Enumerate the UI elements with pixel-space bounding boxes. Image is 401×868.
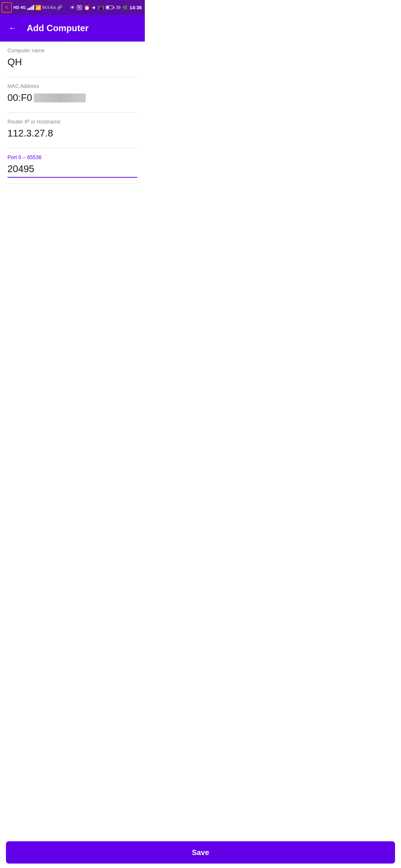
port-input[interactable] [7,163,137,176]
port-label: Port 0 – 65536 [7,154,137,160]
alarm-icon: ⏰ [84,5,90,10]
link-icon: 🔗 [57,5,62,10]
speed-label: 54.5 K/s [42,6,56,10]
port-field: Port 0 – 65536 [0,148,145,181]
status-time: 14:36 [130,5,142,10]
bluetooth-icon: ★ [92,5,96,10]
status-bar: 红 HD 4G 📶 54.5 K/s 🔗 👁 N ⏰ ★ 📳 [0,0,145,15]
wifi-icon: 📶 [35,5,41,10]
router-ip-label: Router IP or Hostname [7,119,137,125]
router-ip-value[interactable]: 112.3.27.8 [7,128,137,142]
computer-name-label: Computer name [7,47,137,53]
mac-address-prefix: 00:F0 [7,92,32,103]
mac-address-blurred [34,93,86,102]
vibrate-icon: 📳 [98,5,104,10]
divider-4 [7,184,137,184]
back-button[interactable]: ← [6,22,19,35]
page-title: Add Computer [27,23,89,33]
status-network: HD 4G 📶 54.5 K/s 🔗 [13,5,62,10]
status-right: 👁 N ⏰ ★ 📳 39 🌿 14:36 [70,5,142,10]
app-bar: ← Add Computer [0,15,145,42]
status-left: 红 HD 4G 📶 54.5 K/s 🔗 [1,2,62,13]
nfc-icon: N [77,5,82,10]
mac-address-value[interactable]: 00:F0 [7,92,137,106]
battery-icon [106,6,114,9]
network-label: HD 4G [13,5,26,10]
form-content: Computer name QH MAC Address 00:F0 Route… [0,42,145,184]
computer-name-field: Computer name QH [0,42,145,74]
leaf-icon: 🌿 [123,5,128,10]
computer-name-value[interactable]: QH [7,56,137,71]
router-ip-field: Router IP or Hostname 112.3.27.8 [0,113,145,145]
signal-bars-icon [27,5,34,10]
battery-percent: 39 [116,5,121,10]
eye-icon: 👁 [70,5,75,10]
app-icon: 红 [1,2,12,13]
port-active-underline [7,177,137,178]
mac-address-label: MAC Address [7,83,137,89]
mac-address-field: MAC Address 00:F0 [0,77,145,109]
